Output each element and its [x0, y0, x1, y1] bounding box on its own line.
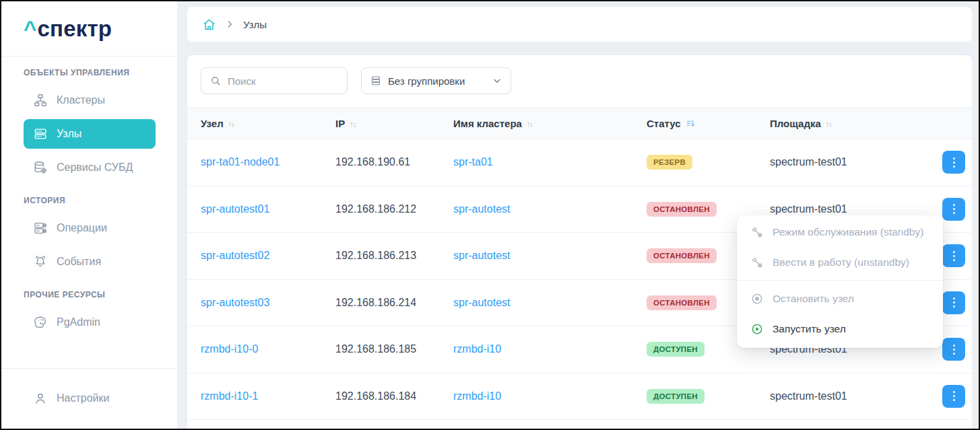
- nav-section-label: ПРОЧИЕ РЕСУРСЫ: [24, 290, 155, 299]
- column-header-ip[interactable]: IP ↑↓: [335, 118, 453, 129]
- node-link[interactable]: spr-autotest03: [201, 297, 269, 308]
- app-window: ^спектр ОБЪЕКТЫ УПРАВЛЕНИЯ Кластеры Узлы…: [0, 0, 980, 430]
- app-logo[interactable]: ^спектр: [1, 1, 177, 57]
- sidebar: ^спектр ОБЪЕКТЫ УПРАВЛЕНИЯ Кластеры Узлы…: [1, 1, 177, 429]
- node-link[interactable]: spr-ta01-node01: [201, 156, 280, 168]
- table-header: Узел ↑↓ IP ↑↓ Имя кластера ↑↓ Статус Пло…: [187, 108, 972, 139]
- node-link[interactable]: rzmbd-i10-0: [201, 343, 258, 355]
- operations-icon: [33, 221, 48, 236]
- sidebar-item-clusters[interactable]: Кластеры: [24, 85, 156, 115]
- app-logo-text: ^спектр: [24, 16, 112, 42]
- site-cell: spectrum-test01: [770, 390, 929, 402]
- menu-item-label: Остановить узел: [773, 293, 854, 305]
- logo-name: спектр: [37, 16, 112, 41]
- sidebar-item-settings[interactable]: Настройки: [24, 384, 156, 413]
- column-header-site[interactable]: Площадка ↑↓: [770, 118, 929, 129]
- user-icon: [33, 391, 48, 406]
- breadcrumb: Узлы: [187, 7, 972, 42]
- sort-active-icon: [686, 118, 696, 129]
- node-link[interactable]: rzmbd-i10-1: [201, 390, 258, 402]
- column-header-status[interactable]: Статус: [647, 118, 770, 129]
- table-row: rzmbd-i10-1 192.168.186.184 rzmbd-i10 ДО…: [187, 373, 972, 421]
- cluster-link[interactable]: spr-ta01: [453, 156, 493, 168]
- stop-icon: [750, 292, 764, 306]
- sidebar-item-label: Сервисы СУБД: [57, 162, 133, 174]
- sidebar-item-db-services[interactable]: Сервисы СУБД: [24, 153, 156, 182]
- status-badge: ДОСТУПЕН: [647, 389, 705, 404]
- chevron-right-icon: [225, 20, 234, 29]
- cluster-link[interactable]: rzmbd-i10: [453, 390, 501, 402]
- column-header-label: Площадка: [770, 118, 821, 129]
- status-badge: ОСТАНОВЛЕН: [647, 202, 717, 217]
- pgadmin-icon: [33, 315, 48, 330]
- context-menu: Режим обслуживания (standby) Ввести в ра…: [737, 215, 943, 348]
- row-actions-button[interactable]: [942, 291, 965, 314]
- menu-item-start-node[interactable]: Запустить узел: [737, 314, 943, 344]
- chevron-down-icon: [492, 75, 502, 86]
- menu-divider: [737, 280, 943, 281]
- sidebar-item-label: Операции: [57, 222, 107, 234]
- sidebar-item-label: События: [57, 256, 101, 268]
- column-header-label: Имя кластера: [453, 118, 522, 129]
- ip-cell: 192.168.186.213: [335, 250, 453, 262]
- site-cell: spectrum-test01: [770, 203, 929, 215]
- site-cell: spectrum-test01: [770, 156, 929, 168]
- node-link[interactable]: spr-autotest01: [201, 203, 269, 215]
- cluster-link[interactable]: spr-autotest: [453, 203, 510, 215]
- sidebar-item-operations[interactable]: Операции: [24, 213, 156, 243]
- breadcrumb-current: Узлы: [243, 19, 267, 30]
- home-icon[interactable]: [202, 17, 216, 32]
- grouping-select[interactable]: Без группировки: [361, 67, 511, 94]
- maintenance-icon: [750, 225, 764, 239]
- table-row: spr-ta01-node01 192.168.190.61 spr-ta01 …: [187, 139, 972, 186]
- sidebar-item-events[interactable]: События: [24, 247, 156, 277]
- column-header-label: IP: [335, 118, 345, 129]
- clusters-icon: [33, 93, 48, 108]
- row-actions-button[interactable]: [942, 385, 965, 408]
- grouping-icon: [370, 75, 382, 87]
- events-icon: [33, 254, 48, 269]
- column-header-label: Узел: [201, 118, 224, 129]
- search-box[interactable]: [201, 67, 348, 94]
- play-icon: [750, 322, 764, 336]
- sort-icon: ↑↓: [826, 120, 832, 128]
- node-link[interactable]: spr-autotest02: [201, 250, 269, 261]
- ip-cell: 192.168.186.214: [335, 297, 453, 309]
- sidebar-item-label: Кластеры: [57, 94, 105, 106]
- nav-section-label: ИСТОРИЯ: [24, 196, 155, 205]
- sidebar-item-pgadmin[interactable]: PgAdmin: [24, 308, 156, 337]
- grouping-value: Без группировки: [388, 75, 465, 87]
- db-services-icon: [33, 160, 48, 175]
- cluster-link[interactable]: spr-autotest: [453, 297, 510, 308]
- column-header-node[interactable]: Узел ↑↓: [201, 118, 335, 129]
- sidebar-footer: Настройки: [1, 368, 177, 429]
- row-actions-button[interactable]: [942, 151, 965, 174]
- search-input[interactable]: [228, 75, 339, 87]
- row-actions-button[interactable]: [942, 198, 965, 221]
- sort-icon: ↑↓: [350, 120, 356, 128]
- sidebar-item-label: Настройки: [57, 392, 109, 404]
- ip-cell: 192.168.186.184: [335, 390, 453, 402]
- nav-section-label: ОБЪЕКТЫ УПРАВЛЕНИЯ: [24, 68, 155, 77]
- menu-item-unstandby: Ввести в работу (unstandby): [737, 247, 943, 277]
- menu-item-label: Режим обслуживания (standby): [773, 226, 923, 238]
- row-actions-button[interactable]: [942, 244, 965, 267]
- sidebar-item-nodes[interactable]: Узлы: [24, 119, 156, 149]
- menu-item-label: Ввести в работу (unstandby): [773, 256, 909, 268]
- status-badge: ОСТАНОВЛЕН: [647, 248, 717, 263]
- menu-item-label: Запустить узел: [773, 323, 846, 335]
- sidebar-item-label: PgAdmin: [57, 316, 100, 328]
- menu-item-standby: Режим обслуживания (standby): [737, 217, 943, 247]
- column-header-cluster[interactable]: Имя кластера ↑↓: [453, 118, 647, 129]
- sort-icon: ↑↓: [228, 120, 234, 128]
- ip-cell: 192.168.186.212: [335, 203, 453, 215]
- cluster-link[interactable]: rzmbd-i10: [453, 343, 501, 355]
- cluster-link[interactable]: spr-autotest: [453, 250, 510, 261]
- sort-icon: ↑↓: [527, 120, 533, 128]
- ip-cell: 192.168.186.185: [335, 343, 453, 355]
- menu-item-stop-node: Остановить узел: [737, 283, 943, 314]
- toolbar: Без группировки: [187, 55, 972, 94]
- sidebar-nav: ОБЪЕКТЫ УПРАВЛЕНИЯ Кластеры Узлы Сервисы…: [1, 57, 177, 337]
- row-actions-button[interactable]: [942, 338, 965, 361]
- ip-cell: 192.168.190.61: [335, 156, 453, 168]
